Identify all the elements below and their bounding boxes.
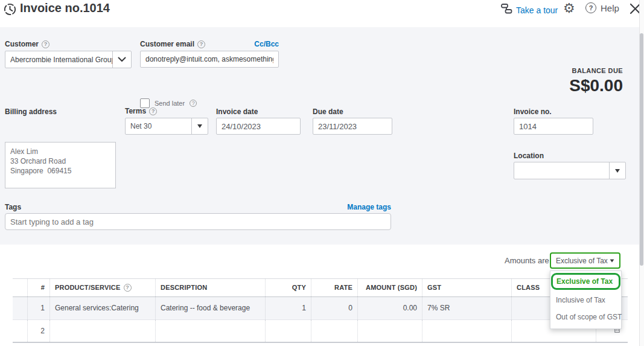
header-qty: QTY <box>266 279 311 296</box>
header-description: DESCRIPTION <box>156 279 266 296</box>
customer-email-input[interactable] <box>140 51 279 68</box>
row2-qty[interactable] <box>266 320 311 342</box>
terms-select-value: Net 30 <box>126 118 191 134</box>
balance-due-label: BALANCE DUE <box>569 67 623 74</box>
row1-qty[interactable]: 1 <box>266 297 311 319</box>
terms-label: Terms <box>125 107 146 115</box>
amounts-chevron-down-icon <box>610 259 614 262</box>
due-date-label: Due date <box>313 107 343 116</box>
invoice-page: Invoice no.1014 Take a tour ⚙ ? Help Cus… <box>0 0 644 346</box>
location-chevron-down-icon[interactable] <box>609 162 625 179</box>
recent-transactions-icon[interactable] <box>3 2 17 19</box>
customer-email-label: Customer email <box>140 40 194 48</box>
row1-rate[interactable]: 0 <box>311 297 358 319</box>
row1-num: 1 <box>28 297 50 319</box>
header-num: # <box>28 279 50 296</box>
header-product-service: PRODUCT/SERVICE ? <box>50 279 156 296</box>
tour-icon <box>501 4 512 16</box>
row2-amount[interactable] <box>358 320 422 342</box>
header-amount: AMOUNT (SGD) <box>358 279 422 296</box>
row2-rate[interactable] <box>311 320 358 342</box>
scrollbar-thumb[interactable] <box>640 33 643 266</box>
header-drag-col <box>13 279 28 296</box>
customer-help-icon[interactable]: ? <box>42 40 49 48</box>
terms-select[interactable]: Net 30 <box>125 118 208 135</box>
terms-chevron-down-icon[interactable] <box>191 118 208 134</box>
customer-email-label-row: Customer email ? Cc/Bcc <box>140 40 279 48</box>
table-header-row: # PRODUCT/SERVICE ? DESCRIPTION QTY RATE… <box>13 278 628 297</box>
row2-gst[interactable] <box>422 320 512 342</box>
invoice-no-label: Invoice no. <box>514 107 552 116</box>
row1-gst[interactable]: 7% SR <box>422 297 512 319</box>
terms-help-icon[interactable]: ? <box>149 107 157 115</box>
cc-bcc-link[interactable]: Cc/Bcc <box>254 40 279 48</box>
amounts-are-label: Amounts are <box>505 256 549 265</box>
row2-product[interactable] <box>50 320 156 342</box>
due-date-input[interactable] <box>313 118 392 135</box>
table-row-2: 2 <box>13 320 628 343</box>
amounts-are-selected-value: Exclusive of Tax <box>556 257 608 265</box>
menu-option-exclusive-of-tax[interactable]: Exclusive of Tax <box>551 273 620 290</box>
header-gst: GST <box>422 279 512 296</box>
scrollbar-track[interactable] <box>639 0 644 346</box>
invoice-form-section: Customer ? Abercrombie International Gro… <box>0 27 639 245</box>
header-bar: Invoice no.1014 Take a tour ⚙ ? Help <box>0 0 644 27</box>
customer-label-row: Customer ? <box>5 40 49 48</box>
customer-label: Customer <box>5 40 39 48</box>
row2-num: 2 <box>28 320 50 342</box>
location-label: Location <box>514 152 544 160</box>
take-a-tour-button[interactable]: Take a tour <box>501 4 558 16</box>
tags-input[interactable] <box>5 213 391 230</box>
take-a-tour-label: Take a tour <box>516 5 558 15</box>
row1-amount[interactable]: 0.00 <box>358 297 422 319</box>
invoice-date-input[interactable] <box>216 118 301 135</box>
product-service-help-icon[interactable]: ? <box>124 284 132 292</box>
menu-option-out-of-scope-of-gst[interactable]: Out of scope of GST <box>550 309 621 325</box>
help-label: Help <box>601 3 619 13</box>
customer-email-help-icon[interactable]: ? <box>197 40 205 48</box>
help-question-icon: ? <box>585 2 596 13</box>
customer-chevron-down-icon[interactable] <box>112 51 131 68</box>
page-title: Invoice no.1014 <box>20 1 110 15</box>
billing-address-label: Billing address <box>5 107 57 116</box>
invoice-no-input[interactable] <box>514 118 593 135</box>
billing-address-textarea[interactable]: Alex Lim 33 Orchard Road Singapore 06941… <box>5 142 116 188</box>
customer-select[interactable]: Abercrombie International Group <box>5 51 132 68</box>
send-later-help-icon[interactable]: ? <box>190 100 197 107</box>
amounts-are-select[interactable]: Exclusive of Tax <box>550 252 620 269</box>
help-button[interactable]: ? Help <box>585 2 619 13</box>
balance-due: BALANCE DUE S$0.00 <box>569 67 623 95</box>
location-select[interactable] <box>514 162 626 179</box>
invoice-date-label: Invoice date <box>216 107 258 116</box>
line-items-table: # PRODUCT/SERVICE ? DESCRIPTION QTY RATE… <box>13 278 628 343</box>
tags-label: Tags <box>5 203 21 211</box>
header-rate: RATE <box>311 279 358 296</box>
balance-due-amount: S$0.00 <box>569 76 623 95</box>
row1-product[interactable]: General services:Catering <box>50 297 156 319</box>
row1-description[interactable]: Catering -- food & beverage <box>156 297 266 319</box>
tags-label-row: Tags Manage tags <box>5 203 391 211</box>
table-row-1: 1 General services:Catering Catering -- … <box>13 297 628 320</box>
send-later-label: Send later <box>155 100 185 107</box>
manage-tags-link[interactable]: Manage tags <box>347 203 391 211</box>
terms-label-row: Terms ? <box>125 107 157 115</box>
row2-description[interactable] <box>156 320 266 342</box>
amounts-are-menu: Exclusive of Tax Inclusive of Tax Out of… <box>550 271 622 329</box>
customer-select-value: Abercrombie International Group <box>5 51 112 68</box>
gear-icon[interactable]: ⚙ <box>563 1 575 16</box>
location-select-value <box>514 162 609 179</box>
menu-option-inclusive-of-tax[interactable]: Inclusive of Tax <box>550 292 621 309</box>
